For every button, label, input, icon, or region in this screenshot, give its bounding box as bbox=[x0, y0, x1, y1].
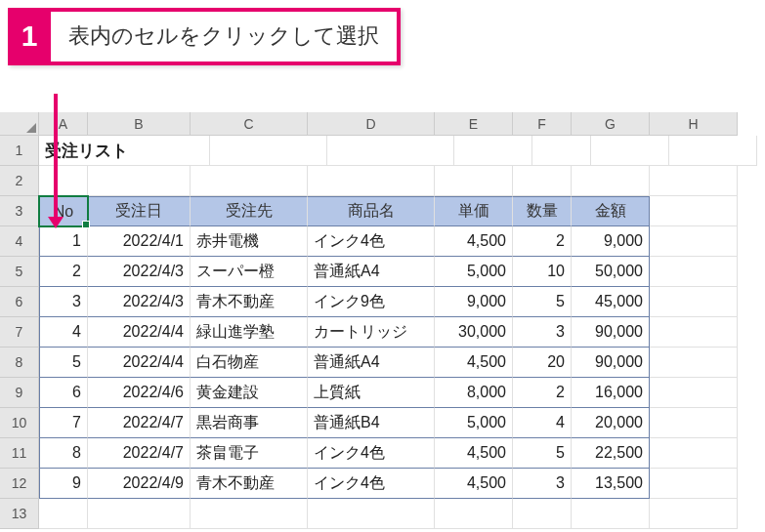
cell[interactable] bbox=[650, 499, 738, 529]
row-header-13[interactable]: 13 bbox=[0, 499, 39, 529]
row-header-6[interactable]: 6 bbox=[0, 287, 39, 317]
cell[interactable] bbox=[39, 499, 88, 529]
row-header-4[interactable]: 4 bbox=[0, 226, 39, 257]
table-row-client[interactable]: 黄金建設 bbox=[191, 378, 308, 408]
row-header-7[interactable]: 7 bbox=[0, 317, 39, 348]
col-header-d[interactable]: D bbox=[308, 112, 435, 136]
table-row-price[interactable]: 8,000 bbox=[435, 378, 513, 408]
cell[interactable] bbox=[191, 166, 308, 196]
cell[interactable] bbox=[650, 257, 738, 287]
cell[interactable] bbox=[572, 499, 650, 529]
table-row-price[interactable]: 9,000 bbox=[435, 287, 513, 317]
header-product[interactable]: 商品名 bbox=[308, 196, 435, 226]
row-header-9[interactable]: 9 bbox=[0, 378, 39, 408]
cell[interactable] bbox=[591, 136, 669, 166]
table-row-amount[interactable]: 50,000 bbox=[572, 257, 650, 287]
table-row-qty[interactable]: 2 bbox=[513, 378, 572, 408]
table-row-no[interactable]: 1 bbox=[39, 226, 88, 257]
row-headers[interactable]: 1 2 3 4 5 6 7 8 9 10 11 12 13 bbox=[0, 136, 39, 529]
table-row-qty[interactable]: 20 bbox=[513, 348, 572, 378]
table-row-no[interactable]: 5 bbox=[39, 348, 88, 378]
col-header-h[interactable]: H bbox=[650, 112, 738, 136]
table-row-client[interactable]: 黒岩商事 bbox=[191, 408, 308, 438]
cell[interactable] bbox=[308, 499, 435, 529]
table-row-product[interactable]: インク4色 bbox=[308, 469, 435, 499]
cell[interactable] bbox=[650, 226, 738, 257]
column-headers[interactable]: A B C D E F G H bbox=[39, 112, 738, 136]
cell[interactable] bbox=[513, 499, 572, 529]
cell[interactable] bbox=[435, 499, 513, 529]
table-row-price[interactable]: 30,000 bbox=[435, 317, 513, 348]
row-header-1[interactable]: 1 bbox=[0, 136, 39, 166]
table-row-client[interactable]: 白石物産 bbox=[191, 348, 308, 378]
table-row-amount[interactable]: 45,000 bbox=[572, 287, 650, 317]
table-row-date[interactable]: 2022/4/6 bbox=[88, 378, 191, 408]
cell[interactable] bbox=[650, 196, 738, 226]
header-qty[interactable]: 数量 bbox=[513, 196, 572, 226]
table-row-client[interactable]: 青木不動産 bbox=[191, 287, 308, 317]
table-row-client[interactable]: 赤井電機 bbox=[191, 226, 308, 257]
row-header-2[interactable]: 2 bbox=[0, 166, 39, 196]
cell[interactable] bbox=[650, 438, 738, 469]
cell[interactable] bbox=[650, 317, 738, 348]
table-row-qty[interactable]: 2 bbox=[513, 226, 572, 257]
table-row-date[interactable]: 2022/4/4 bbox=[88, 317, 191, 348]
table-row-no[interactable]: 9 bbox=[39, 469, 88, 499]
header-client[interactable]: 受注先 bbox=[191, 196, 308, 226]
cell[interactable] bbox=[513, 166, 572, 196]
table-row-date[interactable]: 2022/4/7 bbox=[88, 408, 191, 438]
table-row-no[interactable]: 4 bbox=[39, 317, 88, 348]
table-row-qty[interactable]: 3 bbox=[513, 317, 572, 348]
header-price[interactable]: 単価 bbox=[435, 196, 513, 226]
table-row-product[interactable]: 上質紙 bbox=[308, 378, 435, 408]
header-amount[interactable]: 金額 bbox=[572, 196, 650, 226]
col-header-a[interactable]: A bbox=[39, 112, 88, 136]
col-header-e[interactable]: E bbox=[435, 112, 513, 136]
header-no[interactable]: No bbox=[39, 196, 88, 226]
table-row-product[interactable]: 普通紙A4 bbox=[308, 348, 435, 378]
table-row-date[interactable]: 2022/4/4 bbox=[88, 348, 191, 378]
table-row-date[interactable]: 2022/4/1 bbox=[88, 226, 191, 257]
table-row-product[interactable]: カートリッジ bbox=[308, 317, 435, 348]
cell[interactable] bbox=[39, 166, 88, 196]
table-row-amount[interactable]: 16,000 bbox=[572, 378, 650, 408]
table-row-no[interactable]: 2 bbox=[39, 257, 88, 287]
table-row-client[interactable]: 青木不動産 bbox=[191, 469, 308, 499]
table-row-no[interactable]: 7 bbox=[39, 408, 88, 438]
table-row-client[interactable]: スーパー橙 bbox=[191, 257, 308, 287]
select-all-button[interactable] bbox=[0, 112, 39, 136]
table-row-price[interactable]: 4,500 bbox=[435, 438, 513, 469]
cell[interactable] bbox=[669, 136, 757, 166]
table-row-price[interactable]: 5,000 bbox=[435, 257, 513, 287]
table-row-qty[interactable]: 4 bbox=[513, 408, 572, 438]
table-row-amount[interactable]: 90,000 bbox=[572, 317, 650, 348]
table-row-qty[interactable]: 10 bbox=[513, 257, 572, 287]
table-row-no[interactable]: 6 bbox=[39, 378, 88, 408]
col-header-b[interactable]: B bbox=[88, 112, 191, 136]
cell[interactable] bbox=[210, 136, 327, 166]
table-row-price[interactable]: 5,000 bbox=[435, 408, 513, 438]
row-header-5[interactable]: 5 bbox=[0, 257, 39, 287]
table-row-amount[interactable]: 20,000 bbox=[572, 408, 650, 438]
table-row-product[interactable]: インク9色 bbox=[308, 287, 435, 317]
cell[interactable] bbox=[650, 348, 738, 378]
col-header-f[interactable]: F bbox=[513, 112, 572, 136]
table-row-price[interactable]: 4,500 bbox=[435, 469, 513, 499]
row-header-11[interactable]: 11 bbox=[0, 438, 39, 469]
cell[interactable] bbox=[532, 136, 591, 166]
col-header-c[interactable]: C bbox=[191, 112, 308, 136]
table-row-product[interactable]: 普通紙A4 bbox=[308, 257, 435, 287]
table-row-amount[interactable]: 13,500 bbox=[572, 469, 650, 499]
cell[interactable] bbox=[650, 408, 738, 438]
cell[interactable] bbox=[650, 166, 738, 196]
table-row-date[interactable]: 2022/4/3 bbox=[88, 287, 191, 317]
cell[interactable] bbox=[650, 378, 738, 408]
table-row-amount[interactable]: 22,500 bbox=[572, 438, 650, 469]
table-row-qty[interactable]: 3 bbox=[513, 469, 572, 499]
cell[interactable] bbox=[191, 499, 308, 529]
table-row-price[interactable]: 4,500 bbox=[435, 348, 513, 378]
table-row-date[interactable]: 2022/4/9 bbox=[88, 469, 191, 499]
cell[interactable] bbox=[88, 166, 191, 196]
table-row-no[interactable]: 8 bbox=[39, 438, 88, 469]
table-row-product[interactable]: インク4色 bbox=[308, 438, 435, 469]
